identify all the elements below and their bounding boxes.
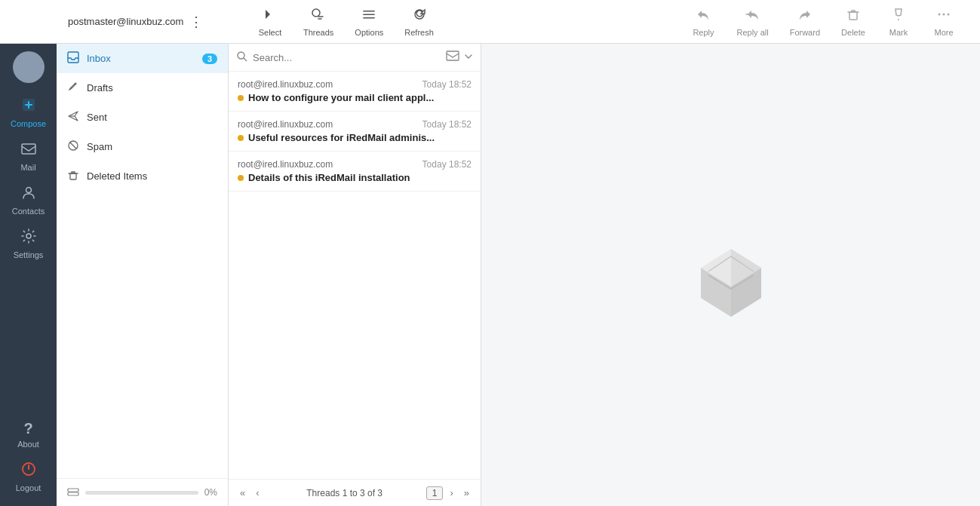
- dropdown-icon[interactable]: [464, 51, 473, 64]
- svg-rect-22: [447, 51, 459, 60]
- pagination-next-button[interactable]: ›: [446, 486, 456, 500]
- email-item-2-header: root@ired.linuxbuz.com Today 18:52: [238, 119, 472, 130]
- inbox-icon: [67, 51, 79, 66]
- preview-empty: [656, 200, 806, 351]
- nav-item-deleted[interactable]: Deleted Items: [57, 161, 228, 191]
- email-list-spacer: [229, 192, 481, 479]
- sidebar-item-logout-label: Logout: [16, 483, 41, 492]
- email-item-2-time: Today 18:52: [422, 119, 472, 130]
- toolbar-right-actions: Reply Reply all Forward De: [682, 2, 972, 41]
- more-icon: [936, 7, 951, 26]
- svg-rect-10: [22, 144, 35, 154]
- svg-point-11: [26, 188, 31, 193]
- forward-label: Forward: [790, 28, 820, 37]
- delete-icon: [846, 7, 861, 26]
- more-button[interactable]: More: [923, 2, 965, 41]
- email-item-3-dot: [238, 175, 244, 181]
- account-menu-button[interactable]: ⋮: [189, 15, 203, 29]
- threads-icon: [311, 7, 326, 26]
- email-item-3-subject-text: Details of this iRedMail installation: [248, 172, 410, 183]
- deleted-label: Deleted Items: [87, 170, 217, 182]
- sidebar-item-logout[interactable]: Logout: [0, 455, 57, 498]
- email-item-3[interactable]: root@ired.linuxbuz.com Today 18:52 Detai…: [229, 152, 481, 192]
- toolbar: postmaster@linuxbuz.com ⋮ Select Threads: [0, 0, 980, 44]
- sidebar-item-mail-label: Mail: [20, 163, 35, 172]
- email-item-1-from: root@ired.linuxbuz.com: [238, 79, 333, 90]
- sidebar-item-compose[interactable]: Compose: [0, 90, 57, 134]
- nav-panel: Inbox 3 Drafts Sent Spam: [57, 44, 229, 506]
- nav-item-sent[interactable]: Sent: [57, 103, 228, 132]
- nav-item-spam[interactable]: Spam: [57, 132, 228, 161]
- account-info: postmaster@linuxbuz.com ⋮: [8, 15, 234, 29]
- nav-spacer: [57, 191, 228, 478]
- reply-all-button[interactable]: Reply all: [727, 2, 777, 41]
- compose-icon: [20, 97, 37, 117]
- pagination-current-page: 1: [426, 486, 444, 500]
- options-button[interactable]: Options: [346, 2, 392, 41]
- sidebar-item-about[interactable]: ? About: [0, 414, 57, 455]
- select-label: Select: [259, 28, 282, 37]
- svg-rect-19: [68, 489, 78, 492]
- reply-all-label: Reply all: [736, 28, 768, 37]
- pagination-first-button[interactable]: «: [236, 486, 249, 500]
- mail-filter-icon[interactable]: [446, 50, 459, 65]
- refresh-icon: [412, 7, 427, 26]
- nav-footer: 0%: [57, 478, 228, 506]
- search-icon: [236, 51, 248, 65]
- email-item-2-subject: Useful resources for iRedMail adminis...: [238, 132, 472, 143]
- svg-rect-18: [70, 173, 76, 179]
- mark-button[interactable]: Mark: [877, 2, 920, 41]
- empty-mailbox-illustration: [656, 200, 806, 351]
- delete-button[interactable]: Delete: [832, 2, 874, 41]
- email-item-1-header: root@ired.linuxbuz.com Today 18:52: [238, 79, 472, 90]
- email-item-3-time: Today 18:52: [422, 159, 472, 170]
- nav-item-inbox[interactable]: Inbox 3: [57, 44, 228, 73]
- refresh-button[interactable]: Refresh: [395, 2, 443, 41]
- sidebar-item-mail[interactable]: Mail: [0, 134, 57, 178]
- logout-icon: [20, 461, 37, 481]
- preview-pane: [481, 44, 980, 506]
- refresh-label: Refresh: [404, 28, 434, 37]
- drafts-label: Drafts: [87, 82, 217, 94]
- sent-label: Sent: [87, 112, 217, 123]
- reply-button[interactable]: Reply: [682, 2, 724, 41]
- nav-item-drafts[interactable]: Drafts: [57, 73, 228, 103]
- svg-rect-4: [849, 12, 857, 20]
- settings-icon: [20, 228, 37, 248]
- svg-rect-20: [68, 492, 78, 495]
- mail-icon: [20, 140, 37, 161]
- pagination-last-button[interactable]: »: [460, 486, 473, 500]
- main-layout: Compose Mail Contacts Settings: [0, 44, 980, 506]
- select-icon: [263, 7, 278, 26]
- account-email: postmaster@linuxbuz.com: [68, 16, 183, 27]
- reply-all-icon: [745, 7, 761, 26]
- mark-label: Mark: [889, 28, 908, 37]
- svg-point-6: [939, 13, 941, 15]
- svg-point-7: [943, 13, 945, 15]
- email-item-2[interactable]: root@ired.linuxbuz.com Today 18:52 Usefu…: [229, 112, 481, 152]
- email-item-1[interactable]: root@ired.linuxbuz.com Today 18:52 How t…: [229, 72, 481, 112]
- sidebar-item-settings[interactable]: Settings: [0, 222, 57, 265]
- email-item-3-from: root@ired.linuxbuz.com: [238, 159, 333, 170]
- email-item-2-dot: [238, 135, 244, 141]
- svg-line-17: [70, 143, 76, 149]
- search-input[interactable]: [253, 52, 441, 63]
- svg-point-8: [948, 13, 950, 15]
- sidebar-item-settings-label: Settings: [14, 250, 44, 259]
- pagination-prev-button[interactable]: ‹: [252, 486, 263, 500]
- about-icon: ?: [23, 420, 32, 437]
- email-list-footer: « ‹ Threads 1 to 3 of 3 1 › »: [229, 479, 481, 506]
- forward-button[interactable]: Forward: [781, 2, 829, 41]
- select-button[interactable]: Select: [249, 2, 291, 41]
- svg-point-12: [26, 234, 31, 238]
- more-label: More: [934, 28, 953, 37]
- threads-button[interactable]: Threads: [294, 2, 343, 41]
- svg-rect-3: [363, 17, 375, 19]
- svg-point-5: [898, 19, 899, 20]
- search-bar: [229, 44, 481, 72]
- email-item-2-subject-text: Useful resources for iRedMail adminis...: [248, 132, 435, 143]
- svg-rect-1: [363, 11, 375, 12]
- inbox-badge: 3: [202, 54, 217, 64]
- drafts-icon: [67, 81, 79, 95]
- sidebar-item-contacts[interactable]: Contacts: [0, 178, 57, 222]
